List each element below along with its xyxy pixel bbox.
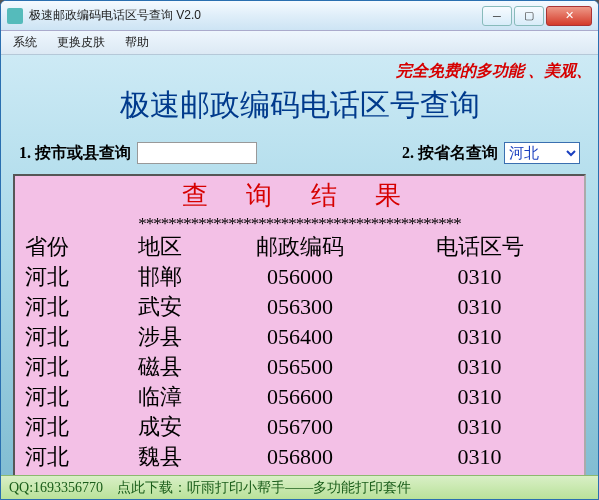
table-body: 河北邯郸0560000310河北武安0563000310河北涉县05640003…: [15, 262, 584, 472]
close-button[interactable]: ✕: [546, 6, 592, 26]
cell-area: 成安: [105, 412, 215, 442]
maximize-button[interactable]: ▢: [514, 6, 544, 26]
query-label-province: 2. 按省名查询: [402, 143, 498, 164]
cell-province: 河北: [25, 262, 105, 292]
table-row: 河北磁县0565000310: [15, 352, 584, 382]
cell-areacode: 0310: [385, 382, 574, 412]
cell-province: 河北: [25, 442, 105, 472]
menu-help[interactable]: 帮助: [117, 32, 157, 53]
menubar: 系统 更换皮肤 帮助: [1, 31, 598, 55]
result-title: 查 询 结 果: [15, 176, 584, 215]
cell-postcode: 056400: [215, 322, 385, 352]
cell-province: 河北: [25, 292, 105, 322]
cell-areacode: 0310: [385, 442, 574, 472]
footer-qq[interactable]: QQ:1693356770: [9, 480, 103, 496]
window-buttons: ─ ▢ ✕: [482, 6, 592, 26]
cell-postcode: 056000: [215, 262, 385, 292]
col-area: 地区: [105, 232, 215, 262]
table-row: 河北涉县0564000310: [15, 322, 584, 352]
cell-postcode: 056600: [215, 382, 385, 412]
city-input[interactable]: [137, 142, 257, 164]
menu-skin[interactable]: 更换皮肤: [49, 32, 113, 53]
cell-areacode: 0310: [385, 352, 574, 382]
footer: QQ:1693356770 点此下载：听雨打印小帮手——多功能打印套件: [1, 475, 598, 499]
marquee-text: 完全免费的多功能 、美观、: [396, 61, 592, 82]
window-title: 极速邮政编码电话区号查询 V2.0: [29, 7, 482, 24]
cell-area: 邯郸: [105, 262, 215, 292]
cell-area: 武安: [105, 292, 215, 322]
query-bar: 1. 按市或县查询 2. 按省名查询 河北: [1, 142, 598, 174]
cell-postcode: 056300: [215, 292, 385, 322]
cell-postcode: 056800: [215, 442, 385, 472]
cell-area: 磁县: [105, 352, 215, 382]
cell-areacode: 0310: [385, 292, 574, 322]
cell-area: 魏县: [105, 442, 215, 472]
table-row: 河北成安0567000310: [15, 412, 584, 442]
table-row: 河北临漳0566000310: [15, 382, 584, 412]
cell-postcode: 056500: [215, 352, 385, 382]
result-panel: 查 询 结 果 ********************************…: [13, 174, 586, 484]
cell-areacode: 0310: [385, 412, 574, 442]
table-row: 河北魏县0568000310: [15, 442, 584, 472]
content-area: 完全免费的多功能 、美观、 极速邮政编码电话区号查询 1. 按市或县查询 2. …: [1, 55, 598, 499]
cell-areacode: 0310: [385, 322, 574, 352]
cell-province: 河北: [25, 322, 105, 352]
cell-area: 临漳: [105, 382, 215, 412]
table-row: 河北邯郸0560000310: [15, 262, 584, 292]
titlebar: 极速邮政编码电话区号查询 V2.0 ─ ▢ ✕: [1, 1, 598, 31]
cell-province: 河北: [25, 352, 105, 382]
cell-province: 河北: [25, 412, 105, 442]
footer-download-link[interactable]: 点此下载：听雨打印小帮手——多功能打印套件: [117, 479, 411, 497]
col-province: 省份: [25, 232, 105, 262]
minimize-button[interactable]: ─: [482, 6, 512, 26]
table-row: 河北武安0563000310: [15, 292, 584, 322]
query-label-city: 1. 按市或县查询: [19, 143, 131, 164]
divider-stars: ****************************************…: [15, 215, 584, 232]
cell-area: 涉县: [105, 322, 215, 352]
app-window: 极速邮政编码电话区号查询 V2.0 ─ ▢ ✕ 系统 更换皮肤 帮助 完全免费的…: [0, 0, 599, 500]
cell-province: 河北: [25, 382, 105, 412]
table-header: 省份 地区 邮政编码 电话区号: [15, 232, 584, 262]
app-icon: [7, 8, 23, 24]
col-postcode: 邮政编码: [215, 232, 385, 262]
col-areacode: 电话区号: [385, 232, 574, 262]
cell-postcode: 056700: [215, 412, 385, 442]
province-select[interactable]: 河北: [504, 142, 580, 164]
menu-system[interactable]: 系统: [5, 32, 45, 53]
cell-areacode: 0310: [385, 262, 574, 292]
